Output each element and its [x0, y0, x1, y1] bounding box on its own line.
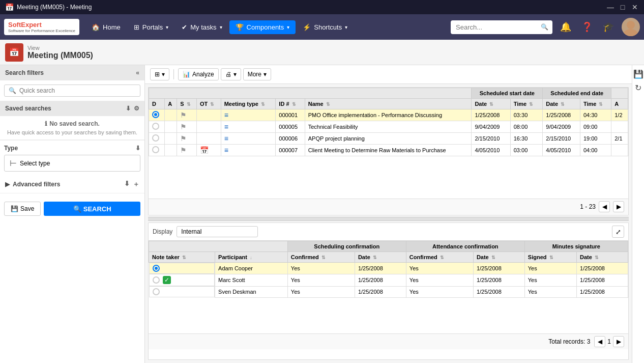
next-page-button[interactable]: ▶ — [613, 201, 624, 212]
expand-button[interactable]: ⤢ — [612, 226, 624, 238]
cell-extra — [611, 121, 628, 133]
collapse-icon[interactable]: « — [136, 69, 139, 76]
lower-next-button[interactable]: ▶ — [613, 336, 624, 347]
maximize-button[interactable]: □ — [619, 3, 627, 11]
cell-start-time: 03:30 — [510, 109, 543, 121]
settings-icon[interactable]: ⚙ — [134, 105, 139, 112]
part-radio[interactable] — [153, 276, 160, 284]
cell-name: Technical Feasibility — [305, 121, 472, 133]
row-radio[interactable] — [152, 123, 159, 130]
cell-name: Client Meeting to Determine Raw Material… — [305, 145, 472, 156]
user-avatar[interactable] — [622, 18, 640, 36]
cell-end-date: 4/05/2010 — [543, 145, 580, 156]
col-d: D — [149, 99, 165, 109]
min-sig-group: Minutes signature — [524, 241, 628, 252]
quick-search-input[interactable] — [19, 87, 136, 94]
nav-shortcuts-button[interactable]: ⚡ Shortcuts ▾ — [297, 20, 354, 34]
sort-part: ↓ — [250, 255, 252, 260]
advanced-filters-toggle[interactable]: ▶ Advanced filters ⬇ ＋ — [0, 176, 144, 193]
notification-icon[interactable]: 🔔 — [558, 19, 574, 35]
saved-searches-section: Saved searches ⬇ ⚙ ℹ No saved search. Ha… — [0, 101, 144, 140]
row-radio[interactable] — [152, 134, 159, 142]
cell-att-confirmed: Yes — [406, 274, 473, 286]
list-item[interactable]: ✓ Marc Scott Yes 1/25/2008 Yes 1/25/2008… — [149, 274, 628, 286]
download-icon[interactable]: ⬇ — [126, 105, 131, 112]
minimize-button[interactable]: — — [606, 3, 614, 11]
prev-page-button[interactable]: ◀ — [599, 201, 610, 212]
global-search-input[interactable] — [451, 20, 552, 34]
nav-portals-button[interactable]: ⊞ Portals ▾ — [128, 20, 174, 34]
info-icon: ℹ — [45, 120, 47, 127]
adv-download-icon[interactable]: ⬇ — [124, 180, 130, 189]
upper-table-wrapper[interactable]: Scheduled start date Scheduled end date … — [149, 88, 628, 199]
search-icon: 🔍 — [541, 23, 548, 31]
part-radio[interactable] — [153, 288, 160, 295]
print-button[interactable]: 🖨 ▾ — [221, 68, 241, 80]
cell-a — [165, 133, 177, 145]
mytasks-icon: ✔ — [182, 23, 187, 31]
nav-components-button[interactable]: 🏆 Components ▾ — [229, 20, 296, 34]
sort-sdate: ⇅ — [373, 255, 377, 260]
content-area: ⊞ ▾ 📊 Analyze 🖨 ▾ More ▾ — [145, 65, 632, 363]
more-dropdown-icon: ▾ — [264, 71, 267, 78]
window-icon: 📅 — [5, 3, 14, 11]
nav-mytasks-button[interactable]: ✔ My tasks ▾ — [175, 20, 228, 34]
row-radio[interactable] — [152, 111, 159, 118]
search-btn-icon: 🔍 — [73, 205, 81, 213]
titlebar: 📅 Meeting (MM005) - Meeting — □ ✕ — [0, 0, 644, 14]
right-save-icon[interactable]: 💾 — [633, 69, 643, 79]
type-download-icon[interactable]: ⬇ — [135, 145, 140, 152]
cell-att-date: 1/25/2008 — [473, 274, 524, 286]
cell-radio — [149, 133, 165, 145]
cell-radio — [149, 109, 165, 121]
upper-pagination: 1 - 23 ◀ ▶ — [149, 199, 628, 214]
grid-view-button[interactable]: ⊞ ▾ — [150, 68, 169, 80]
row-radio[interactable] — [152, 146, 159, 153]
right-sidebar: 💾 ↻ — [632, 65, 644, 363]
search-button[interactable]: 🔍 SEARCH — [44, 202, 140, 216]
cell-sched-confirmed: Yes — [287, 274, 355, 286]
nav-home-button[interactable]: 🏠 Home — [85, 20, 127, 34]
analyze-button[interactable]: 📊 Analyze — [178, 68, 219, 80]
basic-cols-group — [149, 88, 472, 99]
cell-sign-date: 1/25/2008 — [577, 263, 628, 274]
resize-handle[interactable] — [148, 217, 629, 221]
col-s: S ⇅ — [177, 99, 197, 109]
col-start-date: Date ⇅ — [472, 99, 510, 109]
graduation-icon[interactable]: 🎓 — [600, 19, 617, 35]
right-refresh-icon[interactable]: ↻ — [635, 83, 641, 93]
brand-tagline: Software for Performance Excellence — [8, 29, 75, 33]
display-select[interactable]: Internal External — [177, 226, 258, 237]
adv-add-icon[interactable]: ＋ — [133, 180, 139, 189]
table-row[interactable]: ⚑ ≡ 000005 Technical Feasibility 9/04/20… — [149, 121, 628, 133]
logo-box: SoftExpert Software for Performance Exce… — [4, 19, 79, 35]
cell-id: 000005 — [276, 121, 305, 133]
cell-name: PMO Office implementation - Performance … — [305, 109, 472, 121]
group-header-row: Scheduled start date Scheduled end date — [149, 88, 628, 99]
search-filters-header: Search filters « — [0, 65, 144, 80]
help-icon[interactable]: ❓ — [579, 19, 595, 35]
cell-sched-date: 1/25/2008 — [355, 286, 406, 297]
participants-table-wrapper[interactable]: Scheduling confirmation Attendance confi… — [149, 241, 628, 333]
list-item[interactable]: Sven Deskman Yes 1/25/2008 Yes 1/25/2008… — [149, 286, 628, 297]
select-type-button[interactable]: ⊢ Select type — [4, 155, 140, 172]
cell-end-date: 9/04/2009 — [543, 121, 580, 133]
close-button[interactable]: ✕ — [631, 3, 639, 11]
more-button[interactable]: More ▾ — [243, 68, 271, 80]
cell-participant: Marc Scott — [215, 274, 288, 286]
table-row[interactable]: ⚑ ≡ 000006 APQP project planning 2/15/20… — [149, 133, 628, 145]
cell-ot — [196, 109, 221, 121]
table-row[interactable]: ⚑ 📅 ≡ 000007 Client Meeting to Determine… — [149, 145, 628, 156]
list-item[interactable]: Adam Cooper Yes 1/25/2008 Yes 1/25/2008 … — [149, 263, 628, 274]
cell-id: 000006 — [276, 133, 305, 145]
lower-prev-button[interactable]: ◀ — [594, 336, 605, 347]
part-radio[interactable] — [153, 265, 160, 272]
breadcrumb-sub: View — [27, 45, 93, 51]
save-button[interactable]: 💾 Save — [4, 202, 41, 216]
cell-sched-date: 1/25/2008 — [355, 263, 406, 274]
navbar: SoftExpert Software for Performance Exce… — [0, 14, 644, 40]
home-label: Home — [103, 23, 121, 31]
titlebar-right: — □ ✕ — [606, 3, 639, 11]
cell-ot — [196, 133, 221, 145]
table-row[interactable]: ⚑ ≡ 000001 PMO Office implementation - P… — [149, 109, 628, 121]
